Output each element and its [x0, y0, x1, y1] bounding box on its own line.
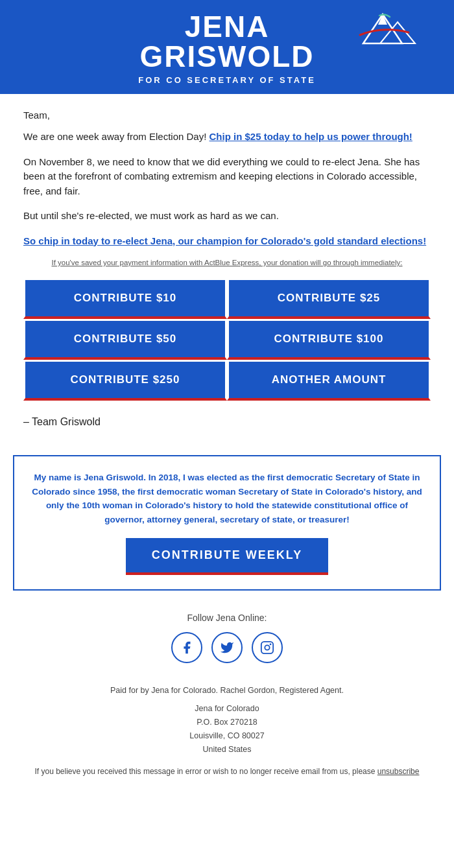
country: United States — [19, 743, 435, 757]
body-para-2: But until she's re-elected, we must work… — [23, 209, 431, 224]
team-signature: – Team Griswold — [23, 416, 431, 428]
twitter-svg — [220, 640, 234, 655]
contribute-btn-other[interactable]: ANOTHER AMOUNT — [227, 360, 431, 401]
email-wrapper: JENA GRISWOLD FOR CO SECRETARY OF STATE … — [0, 0, 454, 791]
contribute-btn-100[interactable]: CONTRIBUTE $100 — [227, 319, 431, 360]
footer-section: Paid for by Jena for Colorado. Rachel Go… — [0, 684, 454, 791]
contribute-btn-25[interactable]: CONTRIBUTE $25 — [227, 278, 431, 319]
contribute-btn-10[interactable]: CONTRIBUTE $10 — [23, 278, 227, 319]
instagram-icon[interactable] — [252, 632, 283, 663]
intro-plain-text: We are one week away from Election Day! — [23, 131, 209, 142]
contribute-btn-250[interactable]: CONTRIBUTE $250 — [23, 360, 227, 401]
contribute-weekly-button[interactable]: CONTRIBUTE WEEKLY — [126, 538, 328, 575]
org-name: Jena for Colorado — [19, 702, 435, 716]
greeting-text: Team, — [23, 110, 431, 121]
paid-for-text: Paid for by Jena for Colorado. Rachel Go… — [19, 684, 435, 698]
po-box: P.O. Box 270218 — [19, 716, 435, 729]
svg-point-4 — [265, 646, 269, 650]
logo-subtitle: FOR CO SECRETARY OF STATE — [13, 75, 441, 85]
champion-link[interactable]: So chip in today to re-elect Jena, our c… — [23, 234, 426, 249]
mountain-logo-svg — [347, 8, 418, 53]
svg-point-5 — [270, 644, 272, 646]
twitter-icon[interactable] — [211, 632, 243, 663]
intro-paragraph: We are one week away from Election Day! … — [23, 130, 431, 145]
actblue-notice: If you've saved your payment information… — [23, 259, 431, 266]
follow-label: Follow Jena Online: — [0, 613, 454, 623]
svg-rect-3 — [261, 642, 273, 653]
unsubscribe-link[interactable]: unsubscribe — [377, 767, 420, 776]
social-section: Follow Jena Online: — [0, 606, 454, 684]
bio-text: My name is Jena Griswold. In 2018, I was… — [30, 471, 424, 526]
facebook-icon[interactable] — [171, 632, 202, 663]
body-para-1: On November 8, we need to know that we d… — [23, 155, 431, 199]
contribute-btn-50[interactable]: CONTRIBUTE $50 — [23, 319, 227, 360]
bio-box: My name is Jena Griswold. In 2018, I was… — [13, 455, 441, 591]
city-state-zip: Louisville, CO 80027 — [19, 729, 435, 743]
instagram-svg — [260, 640, 274, 655]
header-section: JENA GRISWOLD FOR CO SECRETARY OF STATE — [0, 0, 454, 94]
svg-marker-1 — [380, 22, 415, 43]
contribute-grid: CONTRIBUTE $10 CONTRIBUTE $25 CONTRIBUTE… — [23, 278, 431, 401]
unsubscribe-text: If you believe you received this message… — [19, 765, 435, 778]
social-icons-row — [0, 632, 454, 663]
body-content: Team, We are one week away from Election… — [0, 94, 454, 455]
facebook-svg — [180, 640, 194, 655]
chip-link[interactable]: Chip in $25 today to help us power throu… — [209, 131, 412, 142]
address-block: Jena for Colorado P.O. Box 270218 Louisv… — [19, 702, 435, 757]
